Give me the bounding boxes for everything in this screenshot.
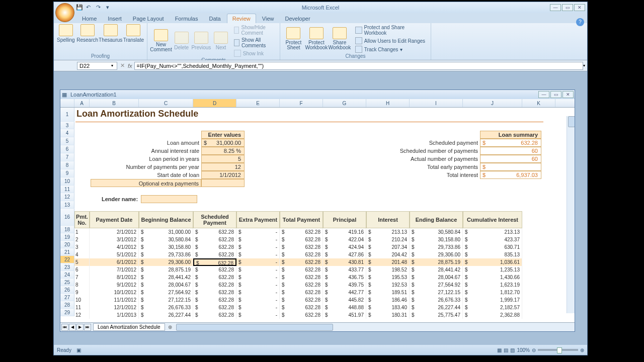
- table-row[interactable]: 67/1/2012$28,875.19$632.28$-$632.28$433.…: [74, 266, 522, 274]
- cell[interactable]: $201.48: [366, 258, 410, 266]
- cells-area[interactable]: Loan Amortization Schedule Enter values …: [74, 108, 575, 322]
- col-header-D[interactable]: D: [193, 99, 236, 107]
- cell[interactable]: $26,676.33: [139, 304, 193, 311]
- tab-home[interactable]: Home: [77, 14, 102, 23]
- cell[interactable]: $632.28: [193, 296, 236, 304]
- cell[interactable]: $28,441.42: [139, 274, 193, 281]
- cell[interactable]: $632.28: [280, 289, 323, 296]
- cell[interactable]: $28,441.42: [410, 266, 463, 274]
- cell[interactable]: $213.13: [463, 228, 522, 236]
- table-row[interactable]: 56/1/2012$29,306.00$632.28$-$632.28$430.…: [74, 258, 522, 266]
- cell[interactable]: 1/1/2013: [90, 311, 139, 319]
- cell[interactable]: $427.86: [323, 251, 366, 258]
- cell[interactable]: $632.28: [193, 289, 236, 296]
- cell[interactable]: $26,676.33: [410, 296, 463, 304]
- sheet-nav-next-icon[interactable]: ▶: [76, 324, 84, 331]
- sheet-tab[interactable]: Loan Amortization Schedule: [93, 323, 165, 331]
- delete-comment-button[interactable]: Delete: [174, 24, 189, 57]
- cell[interactable]: $27,122.15: [139, 296, 193, 304]
- cell[interactable]: $632.28: [193, 281, 236, 289]
- cell[interactable]: $632.28: [193, 243, 236, 251]
- cell[interactable]: 1: [74, 228, 90, 236]
- cell[interactable]: $439.75: [323, 281, 366, 289]
- cell[interactable]: $213.13: [366, 228, 410, 236]
- share-workbook-button[interactable]: Share Workbook: [329, 24, 350, 53]
- cell[interactable]: $436.75: [323, 274, 366, 281]
- cell[interactable]: $207.34: [366, 243, 410, 251]
- cell[interactable]: 11: [74, 304, 90, 311]
- cell[interactable]: $632.28: [193, 258, 236, 266]
- row-header-11[interactable]: 11: [60, 186, 74, 193]
- cell[interactable]: $-: [236, 304, 280, 311]
- tab-page-layout[interactable]: Page Layout: [128, 14, 169, 23]
- cell[interactable]: $1,812.70: [463, 289, 522, 296]
- table-row[interactable]: 34/1/2012$30,158.80$632.28$-$632.28$424.…: [74, 243, 522, 251]
- cell[interactable]: $1,999.17: [463, 296, 522, 304]
- sheet-nav-last-icon[interactable]: ⏭: [84, 324, 91, 331]
- row-header-13[interactable]: 13: [60, 201, 74, 209]
- cell[interactable]: $632.28: [193, 274, 236, 281]
- cell[interactable]: $180.31: [366, 311, 410, 319]
- cell[interactable]: $27,564.92: [139, 289, 193, 296]
- view-normal-icon[interactable]: ▦: [497, 347, 502, 353]
- cell[interactable]: 9: [74, 289, 90, 296]
- cell[interactable]: $-: [236, 236, 280, 243]
- cell[interactable]: $632.28: [280, 296, 323, 304]
- show-all-comments-button[interactable]: Show All Comments: [233, 37, 277, 49]
- show-ink-button[interactable]: Show Ink: [233, 49, 277, 57]
- cell[interactable]: 6/1/2012: [90, 258, 139, 266]
- cell[interactable]: 2: [74, 236, 90, 243]
- row-header-21[interactable]: 21: [60, 248, 74, 256]
- cell[interactable]: $-: [236, 311, 280, 319]
- col-header-A[interactable]: A: [74, 99, 90, 107]
- cell[interactable]: 10/1/2012: [90, 289, 139, 296]
- worksheet[interactable]: 1345678910111213161819202122232425262728…: [60, 108, 575, 322]
- cell[interactable]: $-: [236, 258, 280, 266]
- wb-close-button[interactable]: ✕: [562, 91, 574, 98]
- row-header-29[interactable]: 29: [60, 309, 74, 316]
- cell[interactable]: $632.28: [193, 251, 236, 258]
- cell[interactable]: $195.53: [366, 274, 410, 281]
- sheet-nav-prev-icon[interactable]: ◀: [69, 324, 76, 331]
- cell[interactable]: $2,182.57: [463, 304, 522, 311]
- table-row[interactable]: 12/1/2012$31,000.00$632.28$-$632.28$419.…: [74, 228, 522, 236]
- cell[interactable]: $30,580.84: [410, 228, 463, 236]
- loan-amount-input[interactable]: $31,000.00: [201, 139, 245, 147]
- cancel-formula-icon[interactable]: ✕: [120, 62, 125, 69]
- row-header-5[interactable]: 5: [60, 137, 74, 145]
- cell[interactable]: $192.53: [366, 281, 410, 289]
- col-header-H[interactable]: H: [366, 99, 410, 107]
- cell[interactable]: 5/1/2012: [90, 251, 139, 258]
- qat-more-icon[interactable]: ▾: [106, 4, 113, 11]
- office-button[interactable]: [55, 3, 74, 22]
- next-comment-button[interactable]: Next: [213, 24, 228, 57]
- cell[interactable]: $632.28: [193, 236, 236, 243]
- col-header-B[interactable]: B: [90, 99, 139, 107]
- cell[interactable]: $30,580.84: [139, 236, 193, 243]
- tab-data[interactable]: Data: [204, 14, 225, 23]
- track-changes-button[interactable]: Track Changes ▾: [354, 45, 428, 53]
- cell[interactable]: 9/1/2012: [90, 281, 139, 289]
- table-row[interactable]: 45/1/2012$29,733.86$632.28$-$632.28$427.…: [74, 251, 522, 258]
- cell[interactable]: $422.04: [323, 236, 366, 243]
- cell[interactable]: $-: [236, 274, 280, 281]
- cell[interactable]: $632.28: [280, 251, 323, 258]
- cell[interactable]: 12/1/2012: [90, 304, 139, 311]
- row-header-26[interactable]: 26: [60, 286, 74, 294]
- cell[interactable]: $-: [236, 266, 280, 274]
- cell[interactable]: $30,158.80: [410, 236, 463, 243]
- cell[interactable]: 4: [74, 251, 90, 258]
- minimize-button[interactable]: —: [550, 4, 561, 11]
- row-header-8[interactable]: 8: [60, 161, 74, 169]
- cell[interactable]: $28,004.67: [139, 281, 193, 289]
- cell[interactable]: 2/1/2012: [90, 228, 139, 236]
- cell[interactable]: 3: [74, 243, 90, 251]
- table-row[interactable]: 121/1/2013$26,227.44$632.28$-$632.28$451…: [74, 311, 522, 319]
- row-header-16[interactable]: 16: [60, 209, 74, 226]
- tab-view[interactable]: View: [257, 14, 279, 23]
- tab-review[interactable]: Review: [227, 14, 256, 23]
- cell[interactable]: $632.28: [280, 258, 323, 266]
- cell[interactable]: $183.40: [366, 304, 410, 311]
- cell[interactable]: $26,227.44: [139, 311, 193, 319]
- row-headers[interactable]: 1345678910111213161819202122232425262728…: [60, 108, 74, 322]
